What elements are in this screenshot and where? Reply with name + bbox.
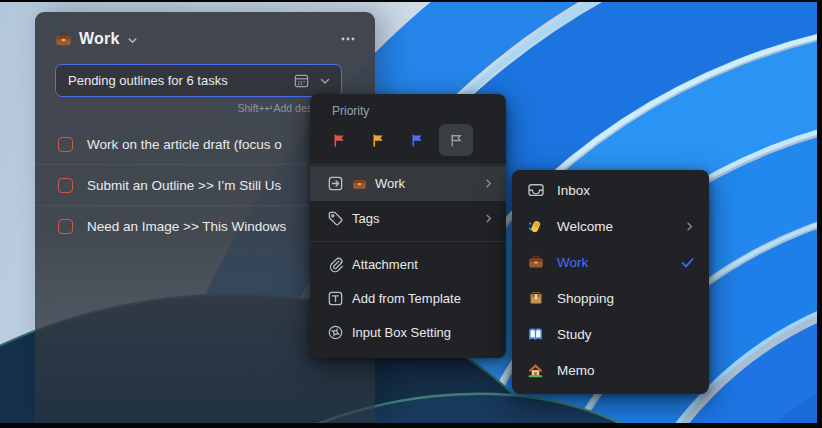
inbox-icon	[526, 181, 545, 199]
briefcase-icon	[526, 254, 545, 270]
menu-item-label: Add from Template	[352, 291, 494, 306]
paperclip-icon	[326, 256, 344, 273]
menu-item-label: Input Box Setting	[352, 325, 494, 340]
frame-border	[0, 423, 822, 428]
submenu-item-label: Welcome	[557, 219, 684, 234]
checkmark-icon	[680, 255, 695, 270]
chevron-right-icon	[684, 221, 695, 232]
high-priority-flag[interactable]	[322, 124, 356, 156]
priority-section-label: Priority	[310, 94, 506, 120]
submenu-item-welcome[interactable]: Welcome	[512, 208, 709, 244]
chevron-down-icon[interactable]	[127, 35, 138, 46]
waving-hand-icon	[526, 218, 545, 235]
task-checkbox[interactable]	[58, 178, 73, 193]
calendar-icon[interactable]	[293, 72, 310, 89]
list-title: Work	[79, 30, 120, 48]
submenu-item-label: Inbox	[557, 183, 695, 198]
briefcase-icon	[352, 176, 367, 191]
quick-add-input-box[interactable]	[55, 64, 342, 97]
submenu-item-label: Shopping	[557, 291, 695, 306]
chevron-down-icon[interactable]	[319, 75, 331, 87]
submenu-item-label: Work	[557, 255, 680, 270]
screenshot-root: Work Shift+↵Add des Work	[0, 0, 822, 428]
move-to-list-icon	[326, 175, 344, 192]
submenu-item-label: Study	[557, 327, 695, 342]
submenu-item-memo[interactable]: Memo	[512, 352, 709, 388]
menu-divider	[310, 241, 506, 242]
more-options-button[interactable]	[339, 30, 357, 48]
template-icon	[326, 290, 344, 307]
menu-item-label: Attachment	[352, 257, 494, 272]
chevron-right-icon	[483, 213, 494, 224]
submenu-item-inbox[interactable]: Inbox	[512, 172, 709, 208]
quick-add-options-menu: Priority Work	[310, 94, 506, 358]
menu-item-label: Work	[375, 176, 483, 191]
quick-add-input[interactable]	[68, 73, 293, 88]
submenu-item-shopping[interactable]: Shopping	[512, 280, 709, 316]
menu-item-attachment[interactable]: Attachment	[310, 247, 506, 281]
menu-item-label: Tags	[352, 211, 483, 226]
task-title: Work on the article draft (focus o	[87, 137, 282, 152]
briefcase-icon	[55, 31, 72, 48]
submenu-item-work[interactable]: Work	[512, 244, 709, 280]
add-description-hint: Shift+↵Add des	[238, 102, 312, 114]
menu-item-tags[interactable]: Tags	[310, 201, 506, 236]
house-icon	[526, 362, 545, 379]
frame-border	[817, 0, 822, 428]
low-priority-flag[interactable]	[400, 124, 434, 156]
book-icon	[526, 326, 545, 343]
frame-border	[0, 0, 822, 2]
menu-item-add-from-template[interactable]: Add from Template	[310, 281, 506, 315]
list-picker-submenu: Inbox Welcome Work Shopping	[512, 170, 709, 394]
menu-divider	[310, 164, 506, 165]
tag-icon	[326, 210, 344, 227]
task-checkbox[interactable]	[58, 137, 73, 152]
chevron-right-icon	[483, 178, 494, 189]
submenu-item-label: Memo	[557, 363, 695, 378]
input-box-setting-icon	[326, 324, 344, 341]
task-title: Submit an Outline >> I’m Still Us	[87, 178, 281, 193]
submenu-item-study[interactable]: Study	[512, 316, 709, 352]
list-header: Work	[55, 26, 357, 52]
package-icon	[526, 290, 545, 306]
menu-item-input-box-setting[interactable]: Input Box Setting	[310, 315, 506, 349]
no-priority-flag[interactable]	[439, 124, 473, 156]
priority-flag-row	[310, 120, 506, 163]
medium-priority-flag[interactable]	[361, 124, 395, 156]
task-title: Need an Image >> This Windows	[87, 219, 286, 234]
task-checkbox[interactable]	[58, 219, 73, 234]
menu-item-move-to-list[interactable]: Work	[310, 166, 506, 201]
